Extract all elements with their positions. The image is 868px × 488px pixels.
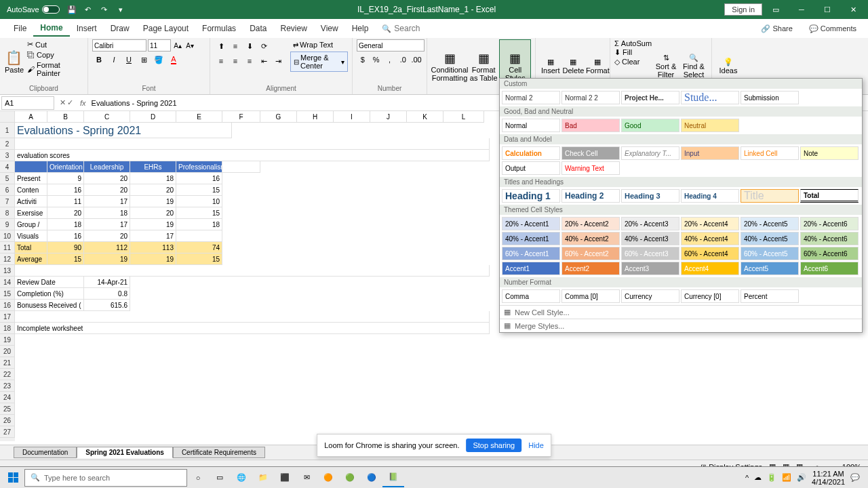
cell[interactable]: 16 [47,230,84,242]
style-40-accent1[interactable]: 40% - Accent1 [502,232,560,245]
tab-file[interactable]: File [7,21,33,36]
align-right-icon[interactable]: ≡ [243,54,256,68]
redo-icon[interactable]: ↷ [98,3,111,16]
row-header[interactable]: 26 [0,415,15,426]
percent-icon[interactable]: % [370,53,382,66]
merge-center-button[interactable]: ⊟ Merge & Center ▾ [290,52,348,72]
cell[interactable]: 17 [84,219,130,230]
maximize-button[interactable]: ☐ [815,0,840,19]
row-header[interactable]: 2 [0,138,15,150]
paste-button[interactable]: 📋 Paste [4,39,24,84]
tellme-search[interactable]: 🔍 [382,24,475,33]
style-accent2[interactable]: Accent2 [561,262,620,275]
style-20-accent3[interactable]: 20% - Accent3 [621,217,679,230]
style-project-heading[interactable]: Project He... [621,91,679,104]
file-explorer-icon[interactable]: 📁 [252,468,274,487]
style-60-accent6[interactable]: 60% - Accent6 [800,247,859,260]
style-total[interactable]: Total [800,189,859,203]
cell[interactable]: evaluation scores [15,150,490,161]
col-header[interactable]: H [297,111,334,123]
style-60-accent5[interactable]: 60% - Accent5 [741,247,799,260]
row-header[interactable]: 17 [0,311,15,323]
cell[interactable]: 113 [130,242,176,253]
sheet-tab-documentation[interactable]: Documentation [14,447,77,458]
style-output[interactable]: Output [502,161,560,175]
col-header[interactable]: D [130,111,176,123]
cell[interactable]: Leadership [84,161,130,173]
cell[interactable]: 15 [176,184,222,196]
align-bottom-icon[interactable]: ⬇ [243,39,256,53]
row-header[interactable]: 23 [0,380,15,392]
font-color-button[interactable]: A [167,53,180,66]
cell[interactable]: Total [15,242,47,253]
style-60-accent3[interactable]: 60% - Accent3 [621,247,679,260]
style-20-accent1[interactable]: 20% - Accent1 [502,217,560,230]
tab-help[interactable]: Help [345,21,376,36]
row-header[interactable]: 3 [0,150,15,161]
cell[interactable]: 11 [47,196,84,207]
cell[interactable] [15,311,490,323]
style-20-accent6[interactable]: 20% - Accent6 [800,217,859,230]
cell[interactable]: 18 [47,219,84,230]
undo-icon[interactable]: ↶ [81,3,95,16]
row-header[interactable]: 16 [0,300,15,311]
cell[interactable]: 19 [130,219,176,230]
autosum-button[interactable]: Σ AutoSum [614,39,652,47]
cell[interactable]: 20 [84,184,130,196]
style-title[interactable]: Title [741,189,799,203]
row-header[interactable]: 8 [0,207,15,219]
row-header[interactable]: 4 [0,161,15,173]
cell[interactable]: 17 [130,230,176,242]
volume-icon[interactable]: 🔊 [797,473,806,482]
style-40-accent4[interactable]: 40% - Accent4 [681,232,739,245]
cell[interactable]: 18 [176,219,222,230]
comments-button[interactable]: 💬 Comments [804,22,861,35]
cell[interactable]: Conten [15,184,47,196]
style-calculation[interactable]: Calculation [502,146,560,160]
indent-decrease-icon[interactable]: ⇤ [257,54,271,68]
taskbar-search[interactable]: 🔍Type here to search [24,469,187,487]
select-all-corner[interactable] [0,111,15,123]
cell[interactable]: Bonusess Received ( [15,300,84,311]
cell[interactable]: Professionalism [176,161,222,173]
style-note[interactable]: Note [800,146,859,160]
currency-icon[interactable]: $ [357,53,369,66]
style-heading-3[interactable]: Heading 3 [621,189,679,203]
cell[interactable]: 74 [176,242,222,253]
autosave-toggle[interactable]: AutoSave [3,5,64,14]
cell[interactable]: 19 [130,196,176,207]
cell[interactable]: 14-Apr-21 [84,277,130,288]
style-input[interactable]: Input [681,146,739,160]
font-size-select[interactable] [148,39,171,52]
cell[interactable]: 15 [176,207,222,219]
app-icon[interactable]: ⬛ [274,468,296,487]
row-header[interactable]: 12 [0,253,15,265]
col-header[interactable]: K [407,111,443,123]
new-cell-style-button[interactable]: ▦New Cell Style... [500,305,862,319]
style-normal-2[interactable]: Normal 2 [502,91,560,104]
cell[interactable]: 19 [130,253,176,265]
tab-review[interactable]: Review [273,21,313,36]
style-comma-0[interactable]: Comma [0] [561,289,620,303]
cell[interactable]: 10 [176,196,222,207]
style-accent5[interactable]: Accent5 [741,262,799,275]
cut-button[interactable]: ✂ Cut [26,39,83,49]
notification-icon[interactable]: 💬 [850,473,860,482]
style-normal-2-2[interactable]: Normal 2 2 [561,91,620,104]
style-60-accent4[interactable]: 60% - Accent4 [681,247,739,260]
style-40-accent3[interactable]: 40% - Accent3 [621,232,679,245]
sheet-tab-certificate[interactable]: Certificate Requirements [173,447,265,458]
row-header[interactable]: 20 [0,346,15,357]
cell[interactable] [15,161,47,173]
row-header[interactable]: 7 [0,196,15,207]
cell[interactable] [15,138,490,150]
tab-insert[interactable]: Insert [70,21,104,36]
name-box[interactable] [1,96,54,110]
number-format-select[interactable] [357,39,425,52]
style-warning-text[interactable]: Warning Text [561,161,620,175]
row-header[interactable]: 13 [0,265,15,277]
task-view-icon[interactable]: ▭ [209,468,231,487]
cell-title[interactable]: Evaluations - Spring 2021 [15,123,232,138]
row-header[interactable]: 24 [0,392,15,403]
format-as-table-button[interactable]: ▦Format as Table [468,39,499,93]
